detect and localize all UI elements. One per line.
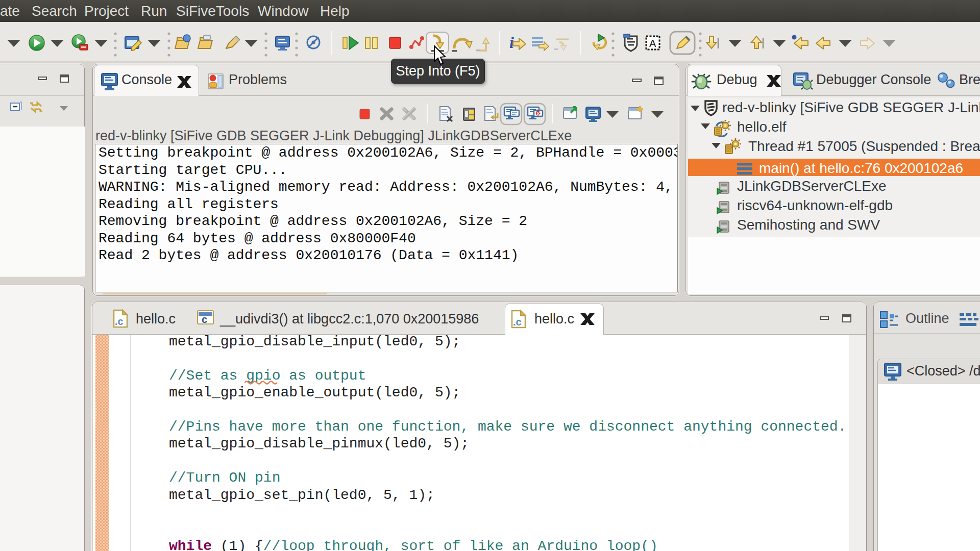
svg-text:c: c [202,314,207,325]
svg-text:A: A [649,38,656,49]
